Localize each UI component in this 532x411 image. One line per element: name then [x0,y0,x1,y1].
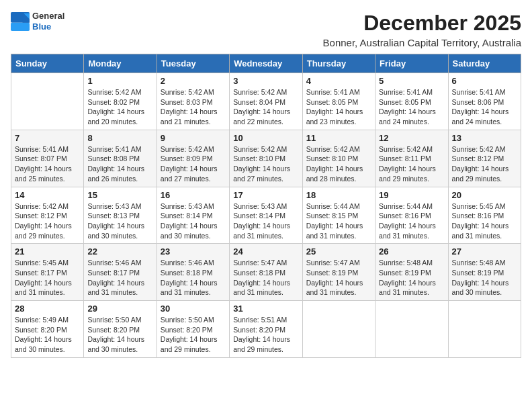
day-detail: Sunrise: 5:42 AM Sunset: 8:10 PM Dayligh… [233,144,298,184]
calendar-table: SundayMondayTuesdayWednesdayThursdayFrid… [11,54,521,358]
day-detail: Sunrise: 5:49 AM Sunset: 8:20 PM Dayligh… [15,315,80,355]
day-detail: Sunrise: 5:44 AM Sunset: 8:15 PM Dayligh… [306,201,371,241]
day-detail: Sunrise: 5:41 AM Sunset: 8:05 PM Dayligh… [306,87,371,127]
day-detail: Sunrise: 5:48 AM Sunset: 8:19 PM Dayligh… [452,258,517,298]
day-detail: Sunrise: 5:50 AM Sunset: 8:20 PM Dayligh… [161,315,226,355]
day-number: 12 [379,133,444,143]
calendar-cell: 8Sunrise: 5:41 AM Sunset: 8:08 PM Daylig… [84,130,157,187]
calendar-cell [11,73,84,130]
calendar-cell: 1Sunrise: 5:42 AM Sunset: 8:02 PM Daylig… [84,73,157,130]
day-number: 23 [161,246,226,257]
calendar-cell: 29Sunrise: 5:50 AM Sunset: 8:20 PM Dayli… [84,301,157,358]
calendar-cell: 24Sunrise: 5:47 AM Sunset: 8:18 PM Dayli… [230,244,302,301]
day-detail: Sunrise: 5:42 AM Sunset: 8:12 PM Dayligh… [15,201,80,241]
calendar-cell: 9Sunrise: 5:42 AM Sunset: 8:09 PM Daylig… [157,130,229,187]
day-detail: Sunrise: 5:45 AM Sunset: 8:17 PM Dayligh… [15,258,80,298]
calendar-cell: 11Sunrise: 5:42 AM Sunset: 8:10 PM Dayli… [302,130,375,187]
day-number: 7 [15,133,80,143]
day-detail: Sunrise: 5:41 AM Sunset: 8:07 PM Dayligh… [15,144,80,184]
day-number: 31 [233,304,298,314]
day-number: 24 [233,246,298,257]
calendar-cell: 21Sunrise: 5:45 AM Sunset: 8:17 PM Dayli… [11,244,84,301]
day-number: 8 [87,133,152,143]
calendar-week-row: 28Sunrise: 5:49 AM Sunset: 8:20 PM Dayli… [11,301,521,358]
calendar-cell: 30Sunrise: 5:50 AM Sunset: 8:20 PM Dayli… [157,301,229,358]
calendar-cell: 31Sunrise: 5:51 AM Sunset: 8:20 PM Dayli… [230,301,302,358]
day-detail: Sunrise: 5:48 AM Sunset: 8:19 PM Dayligh… [379,258,444,298]
calendar-cell: 28Sunrise: 5:49 AM Sunset: 8:20 PM Dayli… [11,301,84,358]
day-number: 11 [306,133,371,143]
day-number: 26 [379,246,444,257]
calendar-header-row: SundayMondayTuesdayWednesdayThursdayFrid… [11,54,521,73]
calendar-week-row: 7Sunrise: 5:41 AM Sunset: 8:07 PM Daylig… [11,130,521,187]
day-number: 6 [452,76,517,86]
day-number: 21 [15,246,80,257]
day-number: 4 [306,76,371,86]
day-number: 13 [452,133,517,143]
day-detail: Sunrise: 5:46 AM Sunset: 8:17 PM Dayligh… [87,258,152,298]
calendar-cell [375,301,448,358]
day-detail: Sunrise: 5:50 AM Sunset: 8:20 PM Dayligh… [87,315,152,355]
day-number: 10 [233,133,298,143]
day-detail: Sunrise: 5:47 AM Sunset: 8:19 PM Dayligh… [306,258,371,298]
day-number: 25 [306,246,371,257]
logo-general: General [32,11,64,21]
calendar-cell: 5Sunrise: 5:41 AM Sunset: 8:05 PM Daylig… [375,73,448,130]
calendar-day-header: Saturday [448,54,521,73]
day-detail: Sunrise: 5:47 AM Sunset: 8:18 PM Dayligh… [233,258,298,298]
day-detail: Sunrise: 5:45 AM Sunset: 8:16 PM Dayligh… [452,201,517,241]
calendar-week-row: 21Sunrise: 5:45 AM Sunset: 8:17 PM Dayli… [11,244,521,301]
calendar-cell: 4Sunrise: 5:41 AM Sunset: 8:05 PM Daylig… [302,73,375,130]
calendar-cell: 17Sunrise: 5:43 AM Sunset: 8:14 PM Dayli… [230,187,302,244]
calendar-cell: 22Sunrise: 5:46 AM Sunset: 8:17 PM Dayli… [84,244,157,301]
day-detail: Sunrise: 5:44 AM Sunset: 8:16 PM Dayligh… [379,201,444,241]
calendar-cell: 10Sunrise: 5:42 AM Sunset: 8:10 PM Dayli… [230,130,302,187]
calendar-week-row: 14Sunrise: 5:42 AM Sunset: 8:12 PM Dayli… [11,187,521,244]
day-number: 9 [161,133,226,143]
calendar-cell: 16Sunrise: 5:43 AM Sunset: 8:14 PM Dayli… [157,187,229,244]
calendar-day-header: Wednesday [230,54,302,73]
logo: General Blue [11,11,64,32]
calendar-cell [302,301,375,358]
calendar-cell: 23Sunrise: 5:46 AM Sunset: 8:18 PM Dayli… [157,244,229,301]
title-block: December 2025 Bonner, Australian Capital… [323,11,521,48]
logo-text: General Blue [32,11,64,32]
calendar-cell: 19Sunrise: 5:44 AM Sunset: 8:16 PM Dayli… [375,187,448,244]
calendar-cell: 14Sunrise: 5:42 AM Sunset: 8:12 PM Dayli… [11,187,84,244]
svg-rect-1 [11,22,30,30]
calendar-cell: 27Sunrise: 5:48 AM Sunset: 8:19 PM Dayli… [448,244,521,301]
main-title: December 2025 [323,11,521,36]
logo-blue: Blue [32,21,51,32]
calendar-cell [448,301,521,358]
day-number: 16 [161,190,226,200]
day-number: 1 [87,76,152,86]
subtitle: Bonner, Australian Capital Territory, Au… [323,37,521,48]
day-detail: Sunrise: 5:42 AM Sunset: 8:12 PM Dayligh… [452,144,517,184]
day-number: 30 [161,304,226,314]
calendar-day-header: Sunday [11,54,84,73]
day-detail: Sunrise: 5:42 AM Sunset: 8:10 PM Dayligh… [306,144,371,184]
day-detail: Sunrise: 5:42 AM Sunset: 8:02 PM Dayligh… [87,87,152,127]
day-number: 20 [452,190,517,200]
day-detail: Sunrise: 5:41 AM Sunset: 8:06 PM Dayligh… [452,87,517,127]
day-detail: Sunrise: 5:43 AM Sunset: 8:14 PM Dayligh… [233,201,298,241]
day-number: 29 [87,304,152,314]
day-detail: Sunrise: 5:41 AM Sunset: 8:08 PM Dayligh… [87,144,152,184]
calendar-week-row: 1Sunrise: 5:42 AM Sunset: 8:02 PM Daylig… [11,73,521,130]
day-number: 5 [379,76,444,86]
calendar-cell: 12Sunrise: 5:42 AM Sunset: 8:11 PM Dayli… [375,130,448,187]
day-number: 27 [452,246,517,257]
calendar-cell: 3Sunrise: 5:42 AM Sunset: 8:04 PM Daylig… [230,73,302,130]
day-number: 22 [87,246,152,257]
calendar-day-header: Monday [84,54,157,73]
calendar-cell: 25Sunrise: 5:47 AM Sunset: 8:19 PM Dayli… [302,244,375,301]
calendar-cell: 7Sunrise: 5:41 AM Sunset: 8:07 PM Daylig… [11,130,84,187]
day-detail: Sunrise: 5:42 AM Sunset: 8:09 PM Dayligh… [161,144,226,184]
day-detail: Sunrise: 5:42 AM Sunset: 8:11 PM Dayligh… [379,144,444,184]
day-number: 28 [15,304,80,314]
day-detail: Sunrise: 5:43 AM Sunset: 8:13 PM Dayligh… [87,201,152,241]
calendar-cell: 18Sunrise: 5:44 AM Sunset: 8:15 PM Dayli… [302,187,375,244]
calendar-day-header: Thursday [302,54,375,73]
logo-icon [11,12,30,31]
calendar-cell: 6Sunrise: 5:41 AM Sunset: 8:06 PM Daylig… [448,73,521,130]
